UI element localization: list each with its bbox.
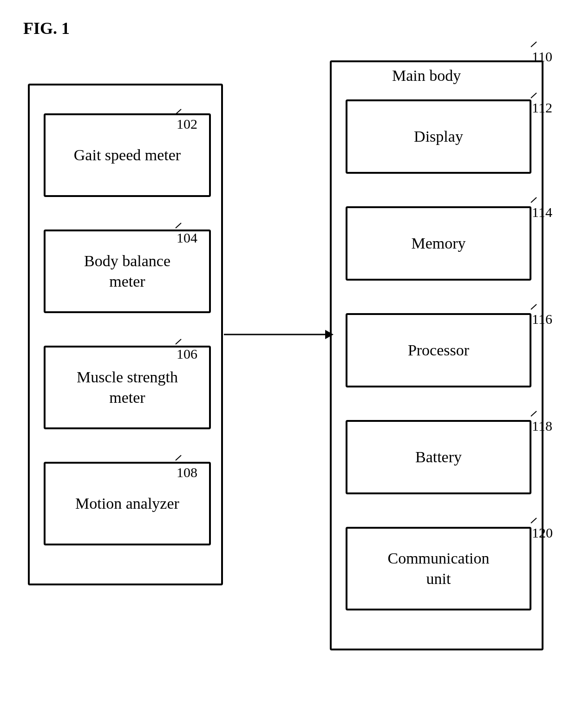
component-box-display: Display — [346, 99, 531, 174]
component-box-communication: Communicationunit — [346, 527, 531, 610]
sensor-label-body-balance: Body balancemeter — [84, 251, 170, 292]
ref-110: 110 — [532, 49, 552, 65]
ref-116: 116 — [532, 311, 552, 327]
component-label-battery: Battery — [415, 447, 462, 467]
component-label-display: Display — [414, 126, 463, 147]
component-box-memory: Memory — [346, 206, 531, 281]
component-label-memory: Memory — [411, 233, 465, 254]
ref-112: 112 — [532, 100, 552, 116]
figure-label: FIG. 1 — [23, 19, 70, 38]
sensor-label-gait-speed: Gait speed meter — [74, 145, 181, 165]
ref-106: 106 — [177, 346, 197, 362]
ref-102: 102 — [177, 116, 197, 132]
right-group-box: Main body Display Memory Processor Batte… — [330, 60, 543, 650]
main-body-label: Main body — [392, 67, 461, 85]
component-label-processor: Processor — [408, 340, 469, 361]
left-group-box: Gait speed meter Body balancemeter Muscl… — [28, 84, 223, 585]
ref-104: 104 — [177, 230, 197, 246]
sensor-label-motion-analyzer: Motion analyzer — [75, 493, 179, 514]
ref-108: 108 — [177, 465, 197, 480]
ref-114: 114 — [532, 204, 552, 220]
ref-118: 118 — [532, 418, 552, 434]
component-label-communication: Communicationunit — [387, 548, 489, 589]
sensor-label-muscle-strength: Muscle strengthmeter — [77, 367, 178, 408]
component-box-processor: Processor — [346, 313, 531, 387]
ref-120: 120 — [532, 525, 553, 541]
svg-line-6 — [531, 42, 537, 47]
component-box-battery: Battery — [346, 420, 531, 494]
